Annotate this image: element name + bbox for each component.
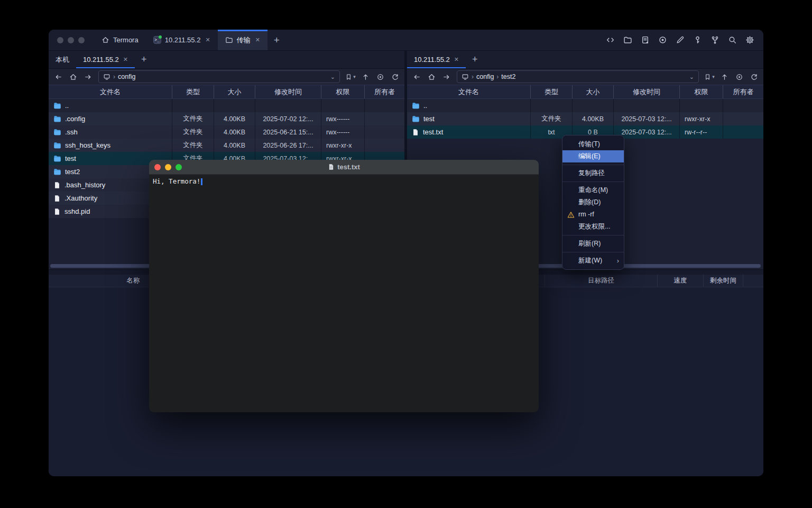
path-segment[interactable]: test2 [501,73,515,80]
forward-icon[interactable] [440,71,453,83]
menu-item-refresh[interactable]: 刷新(R) [562,238,624,250]
path-segment[interactable]: config [476,73,494,80]
menu-item-transfer[interactable]: 传输(T) [562,138,624,150]
maximize-window-button[interactable] [78,37,85,43]
column-header[interactable]: 文件名 [49,85,172,98]
close-icon[interactable]: ✕ [454,56,459,63]
maximize-window-button[interactable] [176,164,182,170]
new-tab-button[interactable]: + [267,30,286,50]
tab-termora[interactable]: Termora [94,30,146,50]
tab-transfer[interactable]: 传输 ✕ [218,30,267,50]
column-header[interactable]: 修改时间 [255,85,321,98]
column-header[interactable]: 大小 [214,85,255,98]
table-row[interactable]: .. [49,99,404,112]
menu-item-delete[interactable]: 删除(D) [562,196,624,208]
chevron-down-icon[interactable]: ⌄ [330,74,335,80]
home-icon[interactable] [67,71,79,83]
menu-item-rename[interactable]: 重命名(M) [562,184,624,196]
code-icon[interactable] [605,35,615,46]
window-controls[interactable] [49,30,94,50]
folder-icon [412,102,420,110]
path-input[interactable]: › config › test2 ⌄ [457,70,699,83]
settings-icon[interactable] [744,35,755,46]
minimize-window-button[interactable] [165,164,171,170]
bookmark-icon[interactable]: ▾ [344,71,357,83]
column-header[interactable]: 修改时间 [613,85,679,98]
editor-content[interactable]: Hi, Termora! [149,175,539,412]
minimize-window-button[interactable] [68,37,74,43]
column-header[interactable]: 类型 [172,85,214,98]
text-cursor [201,178,202,185]
column-header[interactable]: 大小 [572,85,613,98]
key-icon[interactable] [692,35,703,46]
refresh-icon[interactable] [389,71,401,83]
editor-titlebar[interactable]: test.txt [149,160,539,175]
forward-icon[interactable] [81,71,94,83]
record-icon[interactable] [657,35,668,46]
horizontal-scrollbar[interactable] [50,264,151,268]
submenu-arrow-icon: › [617,255,619,267]
path-segment[interactable]: config [118,73,135,80]
column-header[interactable]: 所有者 [723,85,763,98]
table-row[interactable]: test 文件夹 4.00KB 2025-07-03 12:... rwxr-x… [407,112,763,125]
path-separator: › [113,73,115,80]
tab-label: 传输 [237,35,251,45]
search-icon[interactable] [727,35,737,46]
table-row[interactable]: .. [407,99,763,112]
close-window-button[interactable] [57,37,63,43]
menu-item-change-permissions[interactable]: 更改权限... [562,221,624,233]
menu-item-copy-path[interactable]: 复制路径 [562,167,624,179]
panel-tab-host[interactable]: 10.211.55.2 ✕ [76,51,135,68]
main-tab-bar: Termora >_ 10.211.55.2 ✕ 传输 ✕ + [94,30,286,50]
tab-host-terminal[interactable]: >_ 10.211.55.2 ✕ [146,30,218,50]
panel-tab-host[interactable]: 10.211.55.2 ✕ [407,51,466,68]
show-hidden-icon[interactable] [733,71,745,83]
column-header[interactable]: 权限 [679,85,723,98]
close-icon[interactable]: ✕ [255,37,260,43]
home-icon[interactable] [425,71,438,83]
table-row[interactable]: .config 文件夹 4.00KB 2025-07-02 12:... rwx… [49,112,404,125]
edit-icon[interactable] [675,35,685,46]
bookmark-dropdown-caret[interactable]: ▾ [353,74,356,79]
bookmark-icon[interactable]: ▾ [703,71,716,83]
editor-window-controls[interactable] [149,164,182,170]
column-header-filler [743,275,763,287]
close-window-button[interactable] [154,164,161,170]
parent-directory-icon[interactable] [359,71,372,83]
add-panel-tab-button[interactable]: + [466,51,484,68]
right-pathbar: › config › test2 ⌄ ▾ [407,69,763,85]
menu-item-new[interactable]: 新建(W)› [562,255,624,267]
column-header[interactable]: 权限 [321,85,364,98]
folder-icon [412,115,420,123]
path-input[interactable]: › config ⌄ [98,70,340,83]
menu-item-edit[interactable]: 编辑(E) [562,150,624,162]
computer-icon [103,73,110,80]
column-header[interactable]: 目标路径 [545,275,657,287]
panel-tab-local[interactable]: 本机 [49,51,76,68]
left-panel-tabs: 本机 10.211.55.2 ✕ + [49,51,404,69]
column-header[interactable]: 类型 [530,85,572,98]
keychain-icon[interactable] [709,35,720,46]
close-icon[interactable]: ✕ [205,37,210,43]
table-row[interactable]: ssh_host_keys 文件夹 4.00KB 2025-06-26 17:.… [49,139,404,152]
parent-directory-icon[interactable] [718,71,731,83]
event-log-icon[interactable] [640,35,650,46]
desktop: Termora >_ 10.211.55.2 ✕ 传输 ✕ + [0,0,812,508]
folder-icon [53,168,61,176]
show-hidden-icon[interactable] [374,71,386,83]
back-icon[interactable] [410,71,423,83]
close-icon[interactable]: ✕ [123,56,128,63]
column-header[interactable]: 剩余时间 [703,275,743,287]
table-row[interactable]: .ssh 文件夹 4.00KB 2025-06-21 15:... rwx---… [49,125,404,139]
bookmark-dropdown-caret[interactable]: ▾ [712,74,715,79]
refresh-icon[interactable] [748,71,760,83]
add-panel-tab-button[interactable]: + [135,51,153,68]
column-header[interactable]: 速度 [657,275,703,287]
menu-item-rm-rf[interactable]: rm -rf [562,208,624,221]
column-header[interactable]: 文件名 [407,85,530,98]
menu-separator [562,235,624,235]
folder-icon[interactable] [622,35,633,46]
chevron-down-icon[interactable]: ⌄ [689,74,694,80]
column-header[interactable]: 所有者 [364,85,404,98]
back-icon[interactable] [52,71,64,83]
